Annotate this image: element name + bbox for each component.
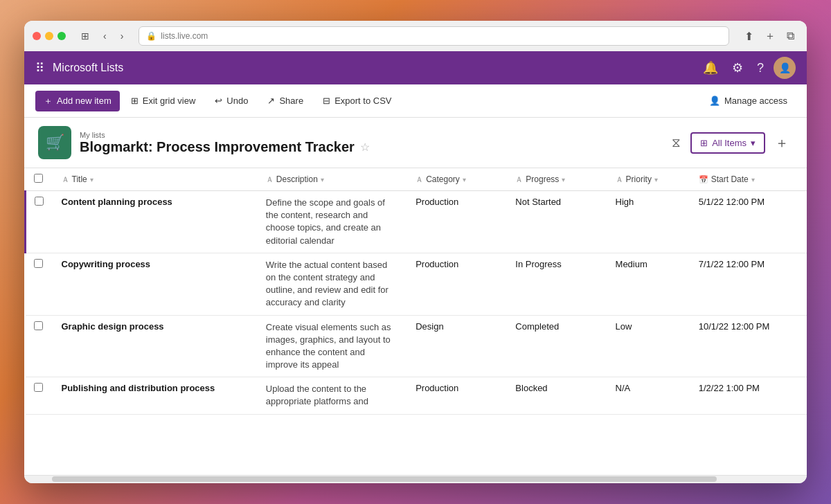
title-sort-icon: ▾ [90,176,93,183]
sidebar-icon: ⊞ [81,30,89,42]
row-description: Write the actual content based on the co… [258,253,407,315]
avatar[interactable]: 👤 [774,57,796,79]
row-category: Production [407,191,507,253]
row-progress: Not Started [507,191,607,253]
chevron-down-icon: ▾ [751,138,756,148]
back-button[interactable]: ‹ [99,28,111,44]
plus-icon: ＋ [44,95,53,107]
progress-column-header[interactable]: Ａ Progress ▾ [515,174,598,185]
prog-col-label: Progress [526,174,559,184]
lock-icon: 🔒 [146,31,157,41]
my-lists-label: My lists [80,131,668,139]
desc-field-icon: Ａ [266,174,274,185]
table-row[interactable]: Copywriting process Write the actual con… [26,253,807,315]
list-title: Blogmarkt: Process Improvement Tracker [80,139,355,155]
manage-access-label: Manage access [724,96,787,106]
minimize-button[interactable] [45,32,53,40]
select-all-checkbox[interactable] [34,174,43,183]
add-item-label: Add new item [57,96,111,106]
forward-icon: › [120,30,124,42]
prog-sort-icon: ▾ [562,176,565,183]
row-title: Content planning process [53,191,258,253]
share-button[interactable]: ⬆ [740,26,758,46]
row-checkbox[interactable] [34,321,43,330]
row-start-date: 10/1/22 12:00 PM [690,315,807,377]
items-table: Ａ Title ▾ Ａ Description ▾ [24,168,807,415]
titlebar: ⊞ ‹ › 🔒 lists.live.com ⬆ ＋ ⧉ [24,21,807,51]
startdate-column-header[interactable]: 📅 Start Date ▾ [699,174,798,184]
notifications-button[interactable]: 🔔 [699,57,722,78]
close-button[interactable] [33,32,41,40]
table-row[interactable]: Publishing and distribution process Uplo… [26,377,807,414]
horizontal-scrollbar[interactable] [24,475,807,483]
share-toolbar-button[interactable]: ↗ Share [259,91,312,110]
add-item-button[interactable]: ＋ Add new item [35,91,120,111]
table-container: Ａ Title ▾ Ａ Description ▾ [24,168,807,475]
new-tab-button[interactable]: ＋ [760,26,780,46]
description-column-header[interactable]: Ａ Description ▾ [266,174,399,185]
view-grid-icon: ⊞ [700,138,708,148]
export-csv-button[interactable]: ⊟ Export to CSV [314,91,400,110]
date-field-icon: 📅 [699,175,708,184]
titlebar-actions: ⬆ ＋ ⧉ [740,26,798,46]
settings-button[interactable]: ⚙ [728,57,747,78]
person-icon: 👤 [709,96,720,106]
app-grid-icon[interactable]: ⠿ [35,60,44,75]
favorite-icon[interactable]: ☆ [360,141,370,154]
scrollbar-thumb[interactable] [52,476,717,482]
pri-field-icon: Ａ [616,174,623,185]
prog-field-icon: Ａ [515,174,523,185]
toolbar: ＋ Add new item ⊞ Exit grid view ↩ Undo ↗… [24,84,807,118]
row-title: Graphic design process [53,315,258,377]
filter-icon[interactable]: ⧖ [668,132,685,154]
url-bar[interactable]: 🔒 lists.live.com [138,26,729,46]
category-column-header[interactable]: Ａ Category ▾ [416,174,499,185]
cat-col-label: Category [426,174,460,184]
row-priority: Medium [607,253,690,315]
export-icon: ⊟ [323,96,330,106]
forward-button[interactable]: › [116,28,128,44]
row-category: Design [407,315,507,377]
add-view-button[interactable]: ＋ [771,132,793,154]
row-description: Create visual elements such as images, g… [258,315,407,377]
row-title: Copywriting process [53,253,258,315]
list-icon: 🛒 [38,126,71,159]
maximize-button[interactable] [57,32,66,40]
title-col-label: Title [72,174,87,184]
list-info: My lists Blogmarkt: Process Improvement … [80,131,668,155]
table-row[interactable]: Graphic design process Create visual ele… [26,315,807,377]
all-items-button[interactable]: ⊞ All Items ▾ [690,132,765,154]
title-column-header[interactable]: Ａ Title ▾ [62,174,249,185]
priority-column-header[interactable]: Ａ Priority ▾ [616,174,682,185]
back-icon: ‹ [103,30,107,42]
row-description: Define the scope and goals of the conten… [258,191,407,253]
list-header: 🛒 My lists Blogmarkt: Process Improvemen… [24,118,807,168]
row-progress: Completed [507,315,607,377]
row-priority: Low [607,315,690,377]
desc-sort-icon: ▾ [321,176,324,183]
tab-overview-button[interactable]: ⧉ [783,26,798,46]
table-row[interactable]: Content planning process Define the scop… [26,191,807,253]
share-label: Share [279,96,303,106]
pri-sort-icon: ▾ [654,176,658,183]
exit-grid-label: Exit grid view [143,96,196,106]
date-col-label: Start Date [711,174,749,184]
row-checkbox[interactable] [35,197,44,206]
row-checkbox[interactable] [34,383,43,392]
row-title: Publishing and distribution process [53,377,258,414]
manage-access-button[interactable]: 👤 Manage access [701,91,796,110]
row-checkbox-cell [26,191,53,253]
row-start-date: 1/2/22 1:00 PM [690,377,807,414]
cat-field-icon: Ａ [416,174,423,185]
help-button[interactable]: ? [753,58,768,78]
cat-sort-icon: ▾ [463,176,466,183]
undo-button[interactable]: ↩ Undo [206,91,256,110]
list-header-actions: ⧖ ⊞ All Items ▾ ＋ [668,132,793,154]
sidebar-toggle-button[interactable]: ⊞ [77,28,93,44]
exit-grid-button[interactable]: ⊞ Exit grid view [123,91,204,110]
appbar-icons: 🔔 ⚙ ? 👤 [699,57,796,79]
row-checkbox-cell [26,253,53,315]
app-name: Microsoft Lists [53,62,699,74]
desc-col-label: Description [276,174,318,184]
row-checkbox[interactable] [34,259,43,268]
